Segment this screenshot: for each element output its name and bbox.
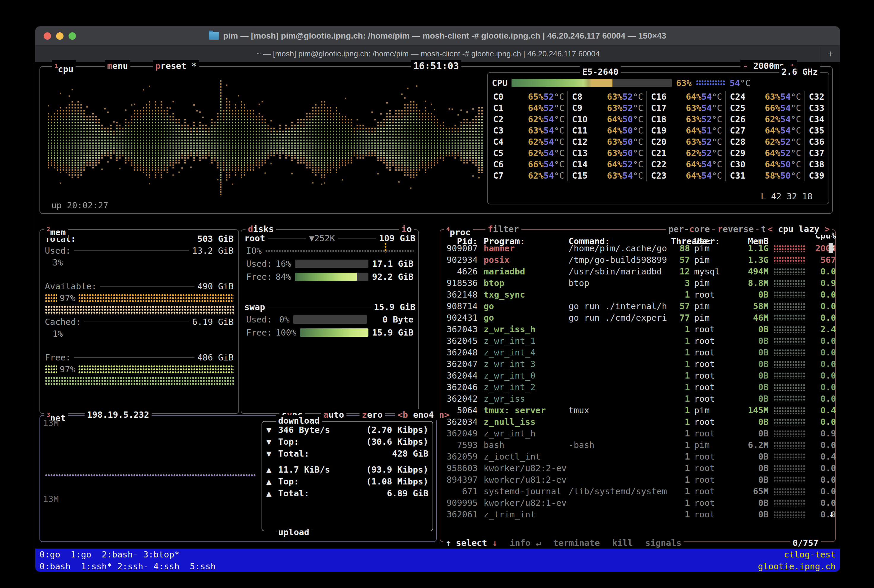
core-row: C762%54°CC1563%54°CC2364%54°CC3158%50°CC… [489, 170, 827, 181]
tmux-windows-2[interactable]: 0:bash 1:ssh* 2:ssh- 4:ssh 5:ssh [39, 560, 216, 572]
process-row[interactable]: 894397kworker/u81:2-ev1root0B0.0 [440, 474, 835, 485]
core-cell: C1964%51°C [646, 125, 725, 136]
process-row[interactable]: 908714gogo run ./internal/h57pim58M0.0 [440, 300, 835, 312]
mem-available-meter2 [40, 304, 238, 316]
net-stat-row: ▼Top:(30.6 Kibps) [262, 436, 433, 448]
net-stat-row: ▼Total:428 GiB [262, 448, 433, 459]
core-cell: C164%52°C [489, 102, 567, 114]
core-cell: C2566%54°C [725, 102, 804, 114]
process-row[interactable]: 362061z_trim_int1root0B0.0 [440, 508, 835, 520]
disks-box-title[interactable]: disks [245, 224, 276, 235]
disk-free-row: Free:84% 92.2 GiB [241, 270, 418, 284]
download-rows: ▼346 Byte/s(2.70 Kibps)▼Top:(30.6 Kibps)… [262, 422, 433, 459]
process-row[interactable]: 362048z_wr_int_41root0B0.0 [440, 346, 835, 358]
swap-used-row: Used:0% 0 Byte [241, 313, 418, 326]
process-row[interactable]: 902934posix/tmp/go-build59889957pim1.3G5… [440, 254, 835, 266]
mem-free-meter2 [40, 375, 238, 387]
disk-io-row: IO% [241, 244, 418, 257]
clock: 16:51:03 [411, 60, 461, 72]
process-row[interactable]: 918536btopbtop3pim8.8M0.9 [440, 277, 835, 289]
proc-select-key[interactable]: select [456, 538, 487, 548]
mem-box-title[interactable]: 2mem [44, 224, 68, 238]
core-cell: C2063%52°C [646, 136, 725, 147]
net-interface: eno4 [413, 410, 434, 420]
proc-percore-toggle[interactable]: per-core [666, 224, 712, 235]
core-row: C462%54°CC1263%50°CC2063%52°CC2862%52°CC… [489, 136, 827, 147]
process-row[interactable]: 7593bash-bash1pim6.2M0.0 [440, 439, 835, 451]
process-row[interactable]: 362059z_ioctl_int1root0B0.4 [440, 451, 835, 462]
disks-io-toggle[interactable]: io [399, 224, 414, 235]
upload-title: upload [276, 526, 312, 538]
process-row[interactable]: 362049z_wr_int_h1root0B0.9 [440, 428, 835, 439]
core-cell: C363%54°C [489, 125, 567, 136]
proc-rows: 909007hammer/home/pim/.cache/go88pim1.1G… [440, 242, 835, 520]
tmux-windows-1[interactable]: 0:go 1:go 2:bash- 3:btop* [39, 549, 179, 560]
process-row[interactable]: 362046z_wr_int_21root0B0.0 [440, 381, 835, 393]
disks-box: disks io root ▼252K 109 GiB IO% Used:16% [241, 230, 419, 414]
net-zero-toggle[interactable]: zero [360, 409, 385, 420]
proc-kill-key[interactable]: kill [605, 538, 633, 548]
process-row[interactable]: 958603kworker/u82:2-ev1root0B0.0 [440, 462, 835, 474]
process-row[interactable]: 909995kworker/u82:1-ev1root0B0.0 [440, 497, 835, 508]
proc-sort-prev[interactable]: < [767, 224, 772, 234]
proc-filter-button[interactable]: filter [485, 224, 521, 235]
process-row[interactable]: 362148txg_sync1root0B0.0 [440, 289, 835, 300]
mem-used-percent: 3% [40, 256, 238, 268]
core-cell: C462%54°C [489, 136, 567, 147]
proc-signals-key[interactable]: signals [638, 538, 681, 548]
process-row[interactable]: 362043z_wr_iss_h1root0B2.4 [440, 323, 835, 335]
process-row[interactable]: 362034z_null_iss1root0B0.0 [440, 416, 835, 428]
process-row[interactable]: 909007hammer/home/pim/.cache/go88pim1.1G… [440, 242, 835, 254]
tmux-session-name-1: ctlog-test [784, 549, 836, 560]
proc-scroll-down-arrow[interactable]: ↓ [829, 508, 834, 519]
core-cell: C863%52°C [567, 91, 646, 102]
cpu-box: 1cpu menu preset * 16:51:03 - 2000ms + u… [39, 66, 833, 214]
proc-sort-value: cpu lazy [778, 224, 819, 234]
tmux-hostname: glootie.ipng.ch [758, 560, 836, 572]
core-cell: C2364%54°C [646, 170, 725, 181]
net-stat-row: ▲Total:6.89 GiB [262, 488, 433, 499]
cpu-total-temp: 54°C [730, 77, 751, 89]
net-stat-row: ▲11.7 KiB/s(93.9 Kibps) [262, 464, 433, 476]
cpu-box-title[interactable]: 1cpu [52, 60, 76, 75]
core-cell: C2162%52°C [646, 147, 725, 159]
folder-icon [209, 32, 219, 40]
process-row[interactable]: 362044z_wr_int_01root0B0.0 [440, 370, 835, 381]
window-titlebar[interactable]: pim — [mosh] pim@glootie.ipng.ch: /home/… [35, 26, 840, 45]
download-title: download [276, 415, 322, 426]
core-cell: C1563%54°C [567, 170, 646, 181]
proc-reverse-toggle[interactable]: reverse [715, 224, 756, 235]
process-row[interactable]: 5064tmux: servertmux1pim145M0.4 [440, 404, 835, 416]
preset-button[interactable]: preset * [153, 60, 199, 72]
proc-sort-next[interactable]: > [825, 224, 830, 234]
proc-scrollbar[interactable] [829, 243, 833, 253]
interval-minus-button[interactable]: - [743, 61, 748, 71]
tab-title[interactable]: ~ — [mosh] pim@glootie.ipng.ch: /home/pi… [35, 49, 821, 58]
core-cell: C3665%50°C [804, 136, 840, 147]
core-grid: C065%52°CC863%52°CC1664%54°CC2463%54°CC3… [488, 89, 829, 181]
net-auto-toggle[interactable]: auto [321, 409, 346, 420]
proc-box-title[interactable]: 4proc [444, 224, 473, 238]
process-row[interactable]: 362042z_wr_iss1root0B0.0 [440, 393, 835, 404]
net-box: 3net 198.19.5.232 sync auto zero <b eno4… [39, 415, 437, 542]
process-row[interactable]: 671systemd-journal/lib/systemd/system1ro… [440, 485, 835, 497]
load-average: L 42 32 18 [761, 191, 812, 202]
core-cell: C2964%52°C [725, 147, 804, 159]
core-cell: C3064%50°C [725, 159, 804, 170]
core-cell: C262%54°C [489, 114, 567, 125]
net-prev-interface[interactable]: <b [397, 410, 408, 420]
disk-swap-header: swap 15.9 GiB [241, 301, 418, 313]
proc-info-key[interactable]: info ↵ [502, 538, 541, 548]
process-row[interactable]: 362045z_wr_int_11root0B0.0 [440, 335, 835, 346]
net-stat-row: ▲Top:(1.08 Mibps) [262, 476, 433, 488]
process-row[interactable]: 4626mariadbd/usr/sbin/mariadbd12mysql494… [440, 266, 835, 277]
cpu-frequency: 2.6 GHz [779, 66, 820, 77]
core-cell: C762%54°C [489, 170, 567, 181]
cpu-history-graph [47, 76, 483, 204]
proc-terminate-key[interactable]: terminate [546, 538, 600, 548]
process-row[interactable]: 902431gogo run ./cmd/experi77pim46M0.0 [440, 312, 835, 323]
new-tab-button[interactable]: + [821, 46, 840, 62]
core-cell: C2862%52°C [725, 136, 804, 147]
process-row[interactable]: 362047z_wr_int_31root0B0.0 [440, 358, 835, 370]
menu-button[interactable]: menu [105, 60, 130, 72]
